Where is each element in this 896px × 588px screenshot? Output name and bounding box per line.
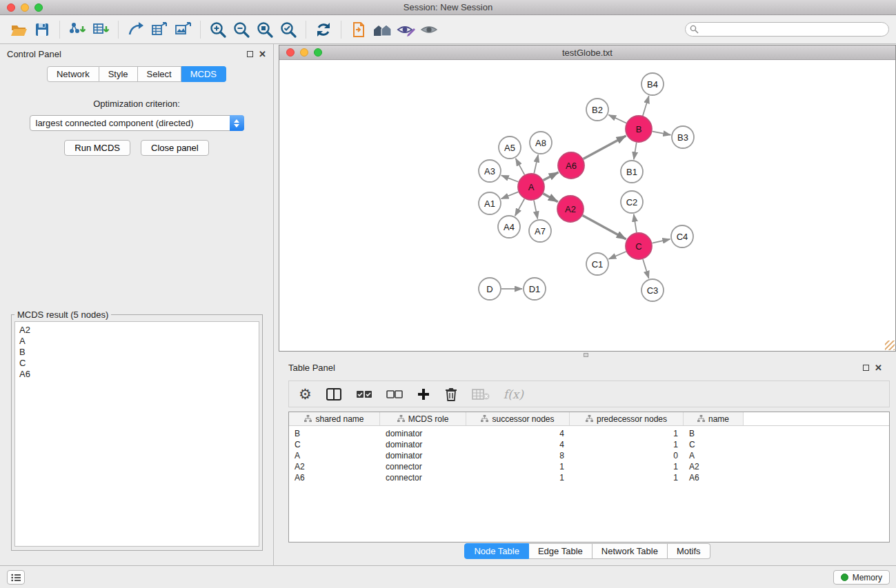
function-builder-button[interactable]: f(x) bbox=[504, 385, 524, 404]
export-network-button[interactable] bbox=[124, 19, 148, 41]
node-B1[interactable]: B1 bbox=[621, 161, 643, 183]
node-C[interactable]: C bbox=[626, 233, 652, 259]
result-item[interactable]: A2 bbox=[19, 325, 255, 336]
table-row[interactable]: Bdominator41B bbox=[289, 428, 889, 439]
edge-C-C2[interactable] bbox=[634, 214, 637, 232]
edge-A-A3[interactable] bbox=[501, 175, 519, 181]
node-B4[interactable]: B4 bbox=[641, 73, 664, 95]
table-row[interactable]: Adominator80A bbox=[289, 450, 889, 461]
node-D1[interactable]: D1 bbox=[524, 278, 546, 300]
tab-network-table[interactable]: Network Table bbox=[593, 543, 668, 559]
close-panel-icon[interactable]: ✕ bbox=[259, 50, 266, 59]
search-input[interactable] bbox=[685, 22, 889, 37]
zoom-network-window-icon[interactable] bbox=[314, 48, 322, 57]
node-B[interactable]: B bbox=[626, 116, 652, 142]
node-A3[interactable]: A3 bbox=[479, 160, 501, 182]
column-header-name[interactable]: name bbox=[684, 412, 744, 425]
node-A8[interactable]: A8 bbox=[530, 132, 552, 154]
result-item[interactable]: A bbox=[19, 336, 255, 347]
column-header-successor-nodes[interactable]: successor nodes bbox=[466, 412, 570, 425]
refresh-view-button[interactable] bbox=[312, 19, 335, 41]
node-A5[interactable]: A5 bbox=[499, 136, 521, 159]
annotation-mode-button[interactable] bbox=[394, 19, 417, 41]
edge-B-B4[interactable] bbox=[643, 96, 649, 116]
export-image-button[interactable] bbox=[171, 19, 195, 41]
edge-A2-C[interactable] bbox=[583, 216, 626, 239]
edge-A-A7[interactable] bbox=[534, 201, 537, 219]
result-item[interactable]: C bbox=[19, 358, 255, 369]
table-settings-button[interactable]: ⚙ bbox=[299, 385, 312, 404]
node-A1[interactable]: A1 bbox=[479, 192, 501, 214]
run-mcds-button[interactable]: Run MCDS bbox=[64, 140, 130, 156]
edge-C-C4[interactable] bbox=[653, 239, 670, 243]
close-table-panel-icon[interactable]: ✕ bbox=[875, 363, 882, 372]
edge-A-A8[interactable] bbox=[534, 155, 538, 174]
table-row[interactable]: A6connector11A6 bbox=[289, 472, 889, 483]
node-A2[interactable]: A2 bbox=[557, 196, 584, 222]
deselect-all-button[interactable] bbox=[386, 385, 403, 404]
copy-view-button[interactable] bbox=[347, 19, 370, 41]
float-panel-icon[interactable] bbox=[247, 51, 253, 57]
mcds-result-list[interactable]: A2ABCA6 bbox=[14, 321, 259, 547]
result-item[interactable]: A6 bbox=[19, 369, 255, 380]
edge-B-B1[interactable] bbox=[634, 143, 637, 160]
edge-B-B3[interactable] bbox=[653, 132, 671, 135]
edge-A-A5[interactable] bbox=[516, 159, 525, 175]
zoom-window-icon[interactable] bbox=[34, 3, 43, 12]
network-canvas[interactable]: B4B2BB3A8A5A6A3B1AC2A1A2A4A7C4CC1C3DD1 bbox=[279, 61, 895, 351]
tab-edge-table[interactable]: Edge Table bbox=[529, 543, 593, 559]
node-C2[interactable]: C2 bbox=[621, 191, 643, 213]
tab-style[interactable]: Style bbox=[99, 66, 138, 82]
import-table-button[interactable] bbox=[89, 19, 112, 41]
zoom-in-button[interactable] bbox=[206, 19, 230, 41]
show-graphics-details-button[interactable] bbox=[417, 19, 441, 41]
node-B2[interactable]: B2 bbox=[586, 99, 608, 121]
edge-A-A2[interactable] bbox=[543, 194, 557, 202]
node-A[interactable]: A bbox=[518, 174, 544, 200]
edge-A-A1[interactable] bbox=[501, 192, 519, 199]
tab-node-table[interactable]: Node Table bbox=[464, 543, 529, 559]
save-session-button[interactable] bbox=[30, 19, 54, 41]
tab-select[interactable]: Select bbox=[138, 66, 181, 82]
add-row-button[interactable] bbox=[417, 385, 430, 404]
node-C4[interactable]: C4 bbox=[671, 225, 693, 247]
zoom-out-button[interactable] bbox=[230, 19, 253, 41]
minimize-network-window-icon[interactable] bbox=[300, 48, 308, 57]
delete-row-button[interactable] bbox=[444, 385, 458, 404]
home-view-button[interactable] bbox=[370, 19, 394, 41]
split-column-button[interactable] bbox=[326, 385, 342, 404]
table-row[interactable]: Cdominator41C bbox=[289, 439, 889, 450]
edge-B-B2[interactable] bbox=[608, 115, 626, 123]
tab-network[interactable]: Network bbox=[47, 66, 99, 82]
export-table-button[interactable] bbox=[148, 19, 171, 41]
node-C3[interactable]: C3 bbox=[641, 279, 664, 301]
edge-A6-B[interactable] bbox=[584, 136, 626, 159]
memory-button[interactable]: Memory bbox=[833, 570, 890, 585]
minimize-window-icon[interactable] bbox=[21, 3, 29, 12]
tab-motifs[interactable]: Motifs bbox=[668, 543, 710, 559]
node-A7[interactable]: A7 bbox=[529, 220, 551, 242]
delete-table-button[interactable] bbox=[472, 385, 490, 404]
criterion-dropdown[interactable]: largest connected component (directed) bbox=[30, 115, 244, 131]
show-panels-button[interactable] bbox=[7, 570, 25, 585]
open-session-button[interactable] bbox=[7, 19, 30, 41]
close-network-window-icon[interactable] bbox=[286, 48, 295, 57]
edge-C-C3[interactable] bbox=[643, 259, 649, 278]
tab-mcds[interactable]: MCDS bbox=[181, 66, 226, 82]
zoom-fit-button[interactable] bbox=[253, 19, 277, 41]
edge-A-A4[interactable] bbox=[515, 199, 525, 216]
node-A6[interactable]: A6 bbox=[558, 152, 584, 179]
column-header-predecessor-nodes[interactable]: predecessor nodes bbox=[570, 412, 684, 425]
zoom-selected-button[interactable] bbox=[277, 19, 300, 41]
float-table-panel-icon[interactable] bbox=[863, 365, 869, 371]
result-item[interactable]: B bbox=[19, 347, 255, 358]
close-window-icon[interactable] bbox=[7, 3, 15, 12]
import-network-button[interactable] bbox=[66, 19, 89, 41]
close-panel-button[interactable]: Close panel bbox=[141, 140, 209, 156]
window-resize-grip[interactable] bbox=[885, 341, 895, 350]
table-row[interactable]: A2connector11A2 bbox=[289, 461, 889, 472]
edge-A-A6[interactable] bbox=[544, 172, 559, 181]
node-B3[interactable]: B3 bbox=[672, 126, 694, 148]
node-C1[interactable]: C1 bbox=[586, 253, 608, 275]
column-header-shared-name[interactable]: shared name bbox=[289, 412, 380, 425]
